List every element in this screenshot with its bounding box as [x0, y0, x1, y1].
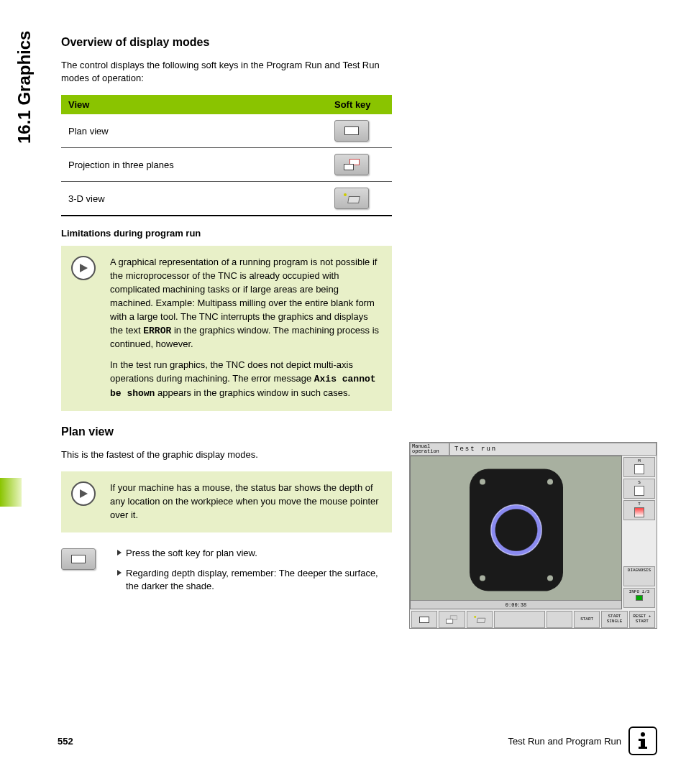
scr-workpiece: [470, 469, 563, 591]
scr-time: 0:00:38: [411, 600, 621, 609]
scr-graphics-canvas: 0:00:38: [410, 456, 622, 609]
step-item: Press the soft key for plan view.: [117, 547, 392, 560]
th-softkey: Soft key: [327, 95, 392, 114]
scr-title: Test run: [449, 443, 657, 456]
scr-info-button[interactable]: INFO 1/3: [623, 588, 655, 608]
scr-sk-blank[interactable]: [546, 611, 572, 628]
scr-sk-blank[interactable]: [494, 611, 545, 628]
overview-intro: The control displays the following soft …: [61, 59, 392, 85]
scr-diagnosis-button[interactable]: DIAGNOSIS: [623, 566, 655, 586]
scr-m-button[interactable]: M: [623, 457, 655, 477]
scr-softkey-row: START START SINGLE RESET + START: [410, 609, 657, 628]
row-label: 3-D view: [61, 182, 327, 216]
row-label: Plan view: [61, 114, 327, 148]
table-row: 3-D view: [61, 182, 392, 216]
display-modes-table: View Soft key Plan view Projection in th…: [61, 95, 392, 216]
page-edge-tab: [0, 478, 22, 507]
chapter-label: Test Run and Program Run: [508, 727, 657, 755]
note-arrow-icon: [71, 256, 96, 280]
tnc-screenshot: Manual operation Test run 0:00:38 M S T …: [409, 442, 657, 629]
scr-sk-plan[interactable]: [411, 611, 437, 628]
scr-mode-label: Manual operation: [410, 443, 449, 456]
scr-sk-proj[interactable]: [439, 611, 465, 628]
svg-rect-3: [639, 747, 647, 749]
note-paragraph: A graphical representation of a running …: [110, 256, 380, 351]
page-number: 552: [58, 736, 73, 747]
page-footer: 552 Test Run and Program Run: [58, 727, 657, 755]
subhead-limitations: Limitations during program run: [61, 228, 392, 239]
note-paragraph: In the test run graphics, the TNC does n…: [110, 359, 380, 401]
table-row: Plan view: [61, 114, 392, 148]
plan-view-intro: This is the fastest of the graphic displ…: [61, 448, 392, 461]
scr-s-button[interactable]: S: [623, 479, 655, 499]
svg-point-0: [641, 732, 645, 737]
note-text: If your machine has a mouse, the status …: [110, 481, 380, 522]
softkey-projection[interactable]: [334, 154, 369, 175]
svg-rect-2: [639, 739, 643, 741]
softkey-plan-view-step[interactable]: [61, 548, 96, 570]
step-item: Regarding depth display, remember: The d…: [117, 567, 392, 593]
scr-sk-start-single[interactable]: START SINGLE: [601, 611, 627, 628]
section-side-title: 16.1 Graphics: [14, 31, 35, 144]
heading-plan-view: Plan view: [61, 425, 392, 438]
heading-overview: Overview of display modes: [61, 36, 392, 49]
scr-sk-start[interactable]: START: [574, 611, 600, 628]
note-arrow-icon: [71, 481, 96, 506]
scr-side-panel: M S T DIAGNOSIS INFO 1/3: [622, 456, 657, 609]
th-view: View: [61, 95, 327, 114]
softkey-plan-view[interactable]: [334, 120, 369, 142]
scr-t-button[interactable]: T: [623, 500, 655, 520]
scr-sk-reset-start[interactable]: RESET + START: [629, 611, 655, 628]
note-limitations: A graphical representation of a running …: [61, 246, 392, 410]
row-label: Projection in three planes: [61, 148, 327, 182]
table-row: Projection in three planes: [61, 148, 392, 182]
info-icon: [628, 727, 657, 755]
softkey-3d-view[interactable]: [334, 188, 369, 209]
scr-sk-3d[interactable]: [467, 611, 493, 628]
note-plan-view: If your machine has a mouse, the status …: [61, 471, 392, 532]
